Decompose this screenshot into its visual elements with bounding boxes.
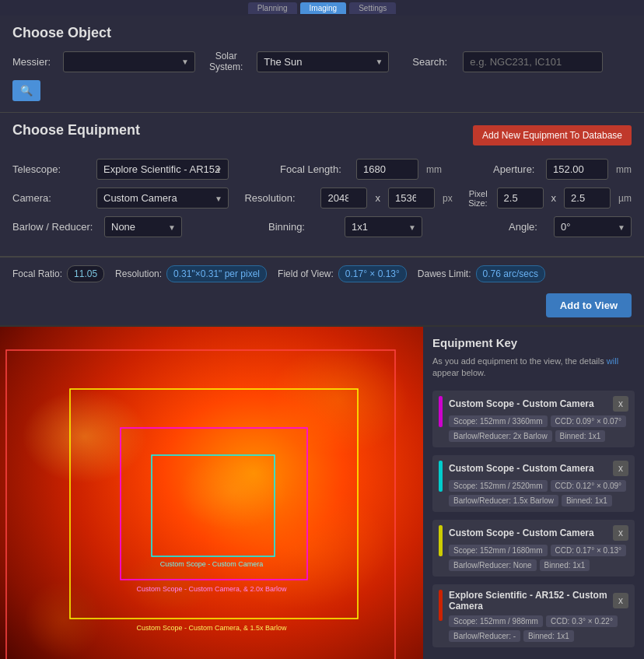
eq-card-x-1[interactable]: x (613, 396, 628, 412)
aperture-input[interactable] (546, 159, 608, 180)
eq-tag-3-2: Barlow/Reducer: None (449, 559, 537, 571)
camera-select[interactable]: Custom Camera (96, 188, 229, 209)
angle-select[interactable]: 0° 45° 90° (554, 216, 632, 237)
telescope-select[interactable]: Explore Scientific - AR152 (96, 159, 229, 180)
telescope-select-wrapper: Explore Scientific - AR152 (96, 159, 229, 180)
pixel-x-input[interactable] (497, 188, 544, 209)
eq-card-name-1: Custom Scope - Custom Camera (449, 398, 613, 409)
focal-ratio-label: Focal Ratio: (12, 268, 62, 279)
eq-tag-2-3: Binned: 1x1 (562, 495, 612, 507)
telescope-label: Telescope: (12, 163, 90, 175)
eq-tag-3-3: Binned: 1x1 (540, 559, 590, 571)
focal-ratio-stat: Focal Ratio: 11.05 (12, 265, 104, 282)
focal-length-input[interactable] (356, 159, 418, 180)
eq-color-bar-1 (439, 396, 443, 427)
barlow-select[interactable]: None 1.5x Barlow 2x Barlow (104, 216, 182, 237)
eq-card-1: Custom Scope - Custom Camera x Scope: 15… (432, 391, 635, 447)
equipment-key-title: Equipment Key (432, 336, 635, 349)
camera-label: Camera: (12, 192, 90, 204)
eq-card-name-2: Custom Scope - Custom Camera (449, 463, 613, 474)
fov-value: 0.17° × 0.13° (338, 265, 407, 282)
pixel-y-input[interactable] (564, 188, 611, 209)
eq-card-name-3: Custom Scope - Custom Camera (449, 528, 613, 538)
messier-select[interactable] (63, 51, 195, 72)
eq-tag-2-2: Barlow/Reducer: 1.5x Barlow (449, 495, 558, 507)
tab-1[interactable]: Planning (248, 2, 297, 14)
resolution-stat-label: Resolution: (115, 268, 162, 279)
eq-tag-3-0: Scope: 152mm / 1680mm (449, 545, 548, 556)
solar-select-wrapper: The Sun Mercury Venus Mars Jupiter Satur… (257, 51, 389, 72)
pixel-size-label2: Size: (468, 198, 487, 208)
eq-color-bar-4 (439, 590, 443, 621)
binning-select[interactable]: 1x1 2x2 3x3 (345, 216, 422, 237)
equipment-key-desc: As you add equipment to the view, the de… (432, 356, 635, 380)
choose-object-section: Choose Object Messier: Solar System: The… (0, 16, 644, 113)
eq-tags-2: Scope: 152mm / 2520mm CCD: 0.12° × 0.09°… (449, 480, 628, 507)
choose-equipment-title: Choose Equipment (12, 122, 140, 138)
focal-length-label: Focal Length: (280, 163, 350, 175)
dawes-stat: Dawes Limit: 0.76 arc/secs (418, 265, 545, 282)
eq-tags-1: Scope: 152mm / 3360mm CCD: 0.09° × 0.07°… (449, 415, 628, 442)
angle-select-wrapper: 0° 45° 90° (554, 216, 632, 237)
camera-select-wrapper: Custom Camera (96, 188, 229, 209)
pixel-unit: µm (618, 193, 632, 204)
tab-3[interactable]: Settings (349, 2, 396, 14)
resolution-height-input[interactable] (388, 188, 435, 209)
resolution-stat-value: 0.31"×0.31" per pixel (166, 265, 267, 282)
search-label: Search: (412, 56, 455, 68)
eq-card-x-3[interactable]: x (613, 525, 628, 541)
eq-card-4: Explore Scientific - AR152 - Custom Came… (432, 584, 635, 647)
sun-surface-texture (0, 327, 423, 659)
eq-color-bar-2 (439, 461, 443, 492)
res-x-label: x (375, 192, 380, 204)
messier-select-wrapper (63, 51, 195, 72)
solar-label: Solar (215, 51, 237, 61)
eq-tag-2-0: Scope: 152mm / 2520mm (449, 480, 548, 492)
eq-tag-4-3: Binned: 1x1 (523, 630, 574, 642)
binning-select-wrapper: 1x1 2x2 3x3 (345, 216, 422, 237)
barlow-label: Barlow / Reducer: (12, 221, 98, 233)
stats-bar: Focal Ratio: 11.05 Resolution: 0.31"×0.3… (0, 258, 644, 327)
telescope-row: Telescope: Explore Scientific - AR152 Fo… (12, 159, 632, 180)
choose-equipment-section: Choose Equipment Add New Equipment To Da… (0, 113, 644, 258)
dawes-label: Dawes Limit: (418, 268, 471, 279)
messier-label: Messier: (12, 56, 55, 68)
choose-object-title: Choose Object (12, 25, 632, 41)
eq-card-x-2[interactable]: x (613, 461, 628, 476)
eq-card-3: Custom Scope - Custom Camera x Scope: 15… (432, 520, 635, 577)
eq-card-x-4[interactable]: x (613, 593, 628, 608)
resolution-stat: Resolution: 0.31"×0.31" per pixel (115, 265, 267, 282)
eq-tag-4-0: Scope: 152mm / 988mm (449, 615, 543, 627)
search-button[interactable]: 🔍 (12, 80, 40, 101)
equipment-header: Choose Equipment Add New Equipment To Da… (12, 122, 632, 148)
eq-tags-4: Scope: 152mm / 988mm CCD: 0.3° × 0.22° B… (449, 615, 628, 642)
eq-tag-4-1: CCD: 0.3° × 0.22° (546, 615, 618, 627)
eq-card-name-4: Explore Scientific - AR152 - Custom Came… (449, 590, 613, 612)
solar-label2: System: (209, 61, 243, 72)
pixel-x-label: x (551, 192, 557, 204)
dawes-value: 0.76 arc/secs (476, 265, 545, 282)
fov-label: Field of View: (278, 268, 334, 279)
pixel-size-label1: Pixel (469, 189, 488, 198)
object-row: Messier: Solar System: The Sun Mercury V… (12, 51, 632, 101)
barlow-row: Barlow / Reducer: None 1.5x Barlow 2x Ba… (12, 216, 632, 237)
add-to-view-button[interactable]: Add to View (546, 293, 632, 317)
barlow-select-wrapper: None 1.5x Barlow 2x Barlow (104, 216, 182, 237)
tab-2[interactable]: Imaging (300, 2, 347, 14)
eq-tags-3: Scope: 152mm / 1680mm CCD: 0.17° × 0.13°… (449, 545, 628, 571)
focal-length-unit: mm (426, 164, 442, 175)
fov-stat: Field of View: 0.17° × 0.13° (278, 265, 407, 282)
camera-row: Camera: Custom Camera Resolution: x px P… (12, 188, 632, 209)
res-unit: px (443, 193, 453, 204)
eq-tag-4-2: Barlow/Reducer: - (449, 630, 520, 642)
search-input[interactable] (463, 51, 603, 72)
image-panel: Custom Scope - Custom Camera Custom Scop… (0, 327, 423, 659)
aperture-unit: mm (616, 164, 632, 175)
solar-select[interactable]: The Sun Mercury Venus Mars Jupiter Satur… (257, 51, 389, 72)
bottom-split: Custom Scope - Custom Camera Custom Scop… (0, 327, 644, 659)
add-equipment-button[interactable]: Add New Equipment To Database (473, 125, 632, 145)
eq-tag-1-3: Binned: 1x1 (555, 430, 606, 442)
aperture-label: Aperture: (493, 163, 540, 175)
pixel-size-label-group: Pixel Size: (468, 189, 487, 208)
resolution-width-input[interactable] (320, 188, 367, 209)
